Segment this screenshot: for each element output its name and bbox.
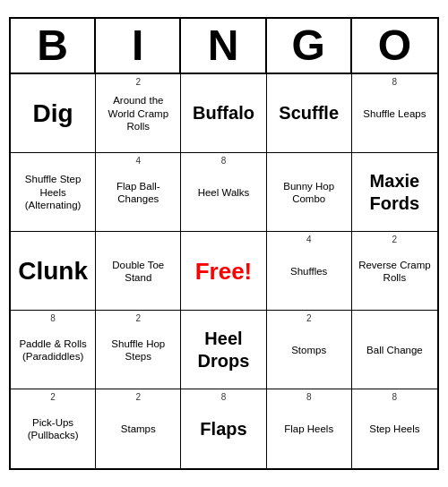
cell-text-0: Dig [33, 98, 73, 129]
cell-text-9: Maxie Fords [356, 170, 434, 215]
cell-text-24: Step Heels [369, 423, 419, 435]
cell-number-15: 8 [11, 313, 95, 323]
cell-text-3: Scuffle [279, 102, 339, 124]
bingo-cell-10: Clunk [11, 232, 96, 311]
bingo-cell-7: 8Heel Walks [181, 153, 266, 232]
cell-text-10: Clunk [18, 255, 88, 286]
bingo-cell-3: Scuffle [267, 74, 352, 153]
cell-number-14: 2 [352, 235, 437, 244]
bingo-cell-15: 8Paddle & Rolls (Paradiddles) [11, 311, 96, 389]
cell-number-1: 2 [96, 77, 180, 87]
cell-number-24: 8 [352, 392, 437, 402]
bingo-cell-0: Dig [11, 74, 96, 153]
cell-text-15: Paddle & Rolls (Paradiddles) [14, 337, 91, 363]
cell-text-7: Heel Walks [198, 186, 250, 199]
cell-text-4: Shuffle Leaps [363, 107, 426, 120]
header-letter-i: I [96, 19, 181, 73]
cell-number-23: 8 [267, 392, 351, 402]
cell-text-2: Buffalo [193, 102, 254, 124]
cell-number-21: 2 [96, 392, 180, 402]
bingo-cell-23: 8Flap Heels [267, 389, 352, 468]
cell-number-18: 2 [267, 313, 351, 323]
bingo-cell-12: Free! [181, 232, 266, 311]
cell-number-20: 2 [11, 392, 95, 402]
cell-text-1: Around the World Cramp Rolls [99, 94, 177, 132]
bingo-header: BINGO [11, 19, 437, 75]
header-letter-n: N [181, 19, 266, 73]
cell-number-22: 8 [181, 392, 265, 402]
cell-text-6: Flap Ball-Changes [99, 180, 177, 206]
bingo-cell-20: 2Pick-Ups (Pullbacks) [11, 389, 96, 468]
bingo-cell-5: Shuffle Step Heels (Alternating) [11, 153, 96, 232]
cell-text-17: Heel Drops [185, 328, 262, 372]
bingo-cell-4: 8Shuffle Leaps [352, 74, 437, 153]
bingo-cell-9: Maxie Fords [352, 153, 437, 232]
cell-text-5: Shuffle Step Heels (Alternating) [14, 173, 91, 211]
cell-text-12: Free! [195, 257, 253, 286]
bingo-cell-14: 2Reverse Cramp Rolls [352, 232, 437, 311]
cell-text-20: Pick-Ups (Pullbacks) [14, 416, 91, 442]
bingo-cell-19: Ball Change [352, 311, 437, 389]
bingo-cell-21: 2Stamps [96, 389, 181, 468]
bingo-grid: Dig2Around the World Cramp RollsBuffaloS… [11, 74, 437, 468]
bingo-cell-8: Bunny Hop Combo [267, 153, 352, 232]
bingo-cell-22: 8Flaps [181, 389, 266, 468]
cell-text-18: Stomps [291, 344, 326, 356]
cell-text-16: Shuffle Hop Steps [99, 337, 177, 363]
header-letter-g: G [267, 19, 352, 73]
bingo-cell-18: 2Stomps [267, 311, 352, 389]
bingo-cell-16: 2Shuffle Hop Steps [96, 311, 181, 389]
bingo-cell-1: 2Around the World Cramp Rolls [96, 74, 181, 153]
cell-number-7: 8 [181, 156, 265, 166]
cell-number-13: 4 [267, 235, 351, 244]
bingo-cell-17: Heel Drops [181, 311, 266, 389]
cell-text-22: Flaps [200, 418, 246, 440]
cell-number-6: 4 [96, 156, 180, 166]
header-letter-b: B [11, 19, 96, 73]
cell-text-19: Ball Change [366, 344, 423, 356]
bingo-cell-6: 4Flap Ball-Changes [96, 153, 181, 232]
header-letter-o: O [352, 19, 437, 73]
bingo-card: BINGO Dig2Around the World Cramp RollsBu… [9, 17, 439, 471]
cell-number-16: 2 [96, 313, 180, 323]
cell-text-14: Reverse Cramp Rolls [356, 259, 434, 285]
cell-text-11: Double Toe Stand [99, 259, 177, 285]
cell-text-13: Shuffles [290, 265, 327, 278]
cell-text-21: Stamps [121, 423, 156, 435]
bingo-cell-11: Double Toe Stand [96, 232, 181, 311]
cell-number-4: 8 [352, 77, 437, 87]
cell-text-23: Flap Heels [284, 423, 333, 435]
bingo-cell-2: Buffalo [181, 74, 266, 153]
cell-text-8: Bunny Hop Combo [271, 180, 348, 206]
bingo-cell-13: 4Shuffles [267, 232, 352, 311]
bingo-cell-24: 8Step Heels [352, 389, 437, 468]
